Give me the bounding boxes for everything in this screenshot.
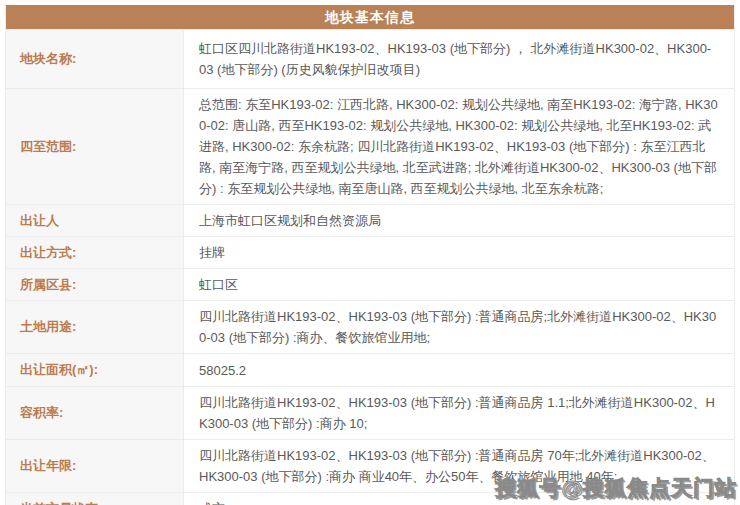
row-label: 所属区县: xyxy=(6,269,184,300)
row-value: 四川北路街道HK193-02、HK193-03 (地下部分) :普通商品房 1.… xyxy=(184,387,734,439)
table-row-land-use: 土地用途: 四川北路街道HK193-02、HK193-03 (地下部分) :普通… xyxy=(6,300,734,353)
row-value-text: 成交 xyxy=(199,498,225,505)
table-row-parcel-name: 地块名称: 虹口区四川北路街道HK193-02、HK193-03 (地下部分) … xyxy=(6,29,734,88)
table-title: 地块基本信息 xyxy=(6,5,734,29)
row-value: 虹口区 xyxy=(184,269,734,300)
row-value: 虹口区四川北路街道HK193-02、HK193-03 (地下部分) ， 北外滩街… xyxy=(184,30,734,88)
table-row-transferor: 出让人 上海市虹口区规划和自然资源局 xyxy=(6,204,734,236)
row-value-text: 58025.2 xyxy=(199,360,246,381)
row-label: 土地用途: xyxy=(6,301,184,353)
row-label: 四至范围: xyxy=(6,89,184,204)
row-value: 挂牌 xyxy=(184,237,734,268)
row-value-text: 挂牌 xyxy=(199,242,225,263)
table-row-transfer-area: 出让面积(㎡): 58025.2 xyxy=(6,353,734,386)
row-value: 上海市虹口区规划和自然资源局 xyxy=(184,205,734,236)
row-value-text: 四川北路街道HK193-02、HK193-03 (地下部分) :普通商品房;北外… xyxy=(199,306,718,348)
table-row-plot-ratio: 容积率: 四川北路街道HK193-02、HK193-03 (地下部分) :普通商… xyxy=(6,386,734,439)
row-value-text: 总范围: 东至HK193-02: 江西北路, HK300-02: 规划公共绿地,… xyxy=(199,94,718,199)
row-value-text: 上海市虹口区规划和自然资源局 xyxy=(199,210,381,231)
row-value-text: 四川北路街道HK193-02、HK193-03 (地下部分) :普通商品房 1.… xyxy=(199,392,718,434)
row-label: 容积率: xyxy=(6,387,184,439)
table-row-district: 所属区县: 虹口区 xyxy=(6,268,734,300)
row-label: 出让面积(㎡): xyxy=(6,354,184,386)
row-label: 出让年限: xyxy=(6,440,184,492)
table-row-boundaries: 四至范围: 总范围: 东至HK193-02: 江西北路, HK300-02: 规… xyxy=(6,88,734,204)
table-row-transfer-method: 出让方式: 挂牌 xyxy=(6,236,734,268)
sohu-watermark: 搜狐号@搜狐焦点天门站 xyxy=(496,474,737,502)
row-value: 58025.2 xyxy=(184,354,734,386)
row-value-text: 虹口区四川北路街道HK193-02、HK193-03 (地下部分) ， 北外滩街… xyxy=(199,38,718,80)
row-label: 出让人 xyxy=(6,205,184,236)
row-value: 总范围: 东至HK193-02: 江西北路, HK300-02: 规划公共绿地,… xyxy=(184,89,734,204)
row-label: 出让方式: xyxy=(6,237,184,268)
land-basic-info-table: 地块基本信息 地块名称: 虹口区四川北路街道HK193-02、HK193-03 … xyxy=(5,5,735,505)
row-value: 四川北路街道HK193-02、HK193-03 (地下部分) :普通商品房;北外… xyxy=(184,301,734,353)
row-value-text: 虹口区 xyxy=(199,274,238,295)
row-label: 当前交易状态: xyxy=(6,493,184,505)
row-label: 地块名称: xyxy=(6,30,184,88)
